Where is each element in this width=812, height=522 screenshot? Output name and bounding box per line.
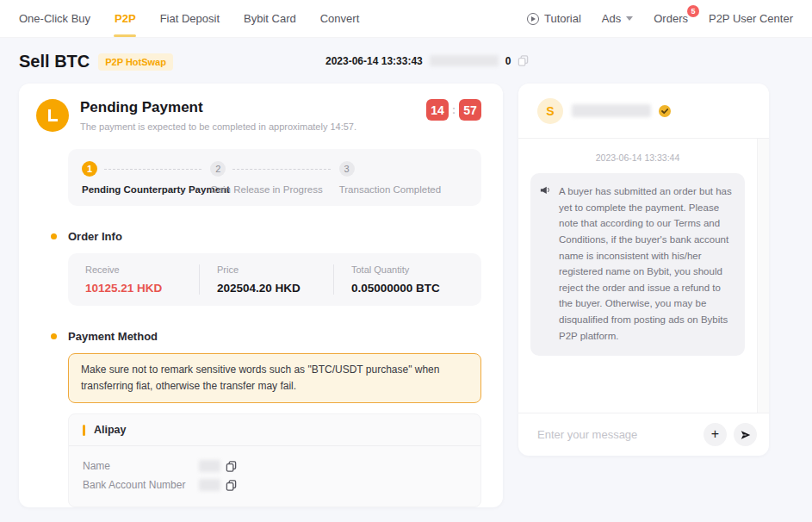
- receive-value: 10125.21 HKD: [85, 282, 199, 295]
- payment-name-row: Name: [83, 457, 467, 475]
- quantity-label: Total Quantity: [351, 264, 481, 275]
- nav-item-p2p[interactable]: P2P: [115, 0, 136, 37]
- step-pending-counterparty-payment: 1 Pending Counterparty Payment: [82, 161, 210, 195]
- send-button[interactable]: [734, 423, 757, 446]
- ads-label: Ads: [602, 12, 621, 25]
- nav-right-group: Tutorial Ads Orders 5 P2P User Center: [527, 12, 793, 25]
- step-2-label: Coin Release in Progress: [210, 184, 338, 195]
- timer-minutes: 14: [426, 99, 449, 121]
- payment-method-heading-row: Payment Method: [36, 330, 503, 343]
- avatar: S: [537, 98, 563, 124]
- nav-left-group: One-Click Buy P2P Fiat Deposit Bybit Car…: [19, 0, 359, 37]
- p2p-hotswap-badge: P2P HotSwap: [98, 53, 173, 71]
- bank-account-row: Bank Account Number: [83, 475, 467, 494]
- send-icon: [740, 429, 752, 441]
- order-info-price: Price 202504.20 HKD: [199, 264, 333, 295]
- transfer-warning: Make sure not to remark sensitive words …: [68, 353, 481, 403]
- chat-messages-area[interactable]: 2023-06-14 13:33:44 A buyer has submitte…: [518, 139, 769, 413]
- chat-messages: 2023-06-14 13:33:44 A buyer has submitte…: [518, 139, 758, 413]
- p2p-user-center-link[interactable]: P2P User Center: [709, 12, 793, 25]
- order-number-suffix: 0: [505, 55, 511, 67]
- step-2-circle: 2: [210, 161, 226, 177]
- plus-icon: +: [711, 427, 719, 441]
- chat-card: S 2023-06-14 13:33:44 A buyer has submit…: [518, 84, 769, 456]
- tutorial-link[interactable]: Tutorial: [527, 12, 581, 25]
- nav-item-fiat-deposit[interactable]: Fiat Deposit: [160, 0, 220, 37]
- receive-label: Receive: [85, 264, 199, 275]
- chat-input-row: +: [518, 413, 769, 456]
- nav-label: P2P: [115, 12, 136, 25]
- page-header: Sell BTC P2P HotSwap 2023-06-14 13:33:43…: [0, 38, 812, 84]
- progress-steps: 1 Pending Counterparty Payment 2 Coin Re…: [68, 149, 481, 206]
- order-info-receive: Receive 10125.21 HKD: [68, 264, 199, 295]
- nav-item-bybit-card[interactable]: Bybit Card: [244, 0, 296, 37]
- step-3-circle: 3: [339, 161, 355, 177]
- order-info-heading: Order Info: [68, 230, 122, 243]
- chat-scrollbar-track[interactable]: [758, 139, 769, 413]
- step-3-label: Transaction Completed: [339, 184, 468, 195]
- top-navigation: One-Click Buy P2P Fiat Deposit Bybit Car…: [0, 0, 812, 38]
- nav-label: One-Click Buy: [19, 12, 90, 25]
- step-1-circle: 1: [82, 161, 97, 177]
- payment-method-heading: Payment Method: [68, 330, 158, 343]
- timer-seconds: 57: [459, 99, 481, 121]
- copy-icon[interactable]: [226, 480, 237, 491]
- megaphone-icon: [539, 183, 552, 200]
- accent-bar: [83, 425, 85, 436]
- bank-account-label: Bank Account Number: [83, 479, 199, 491]
- chevron-down-icon: [626, 16, 633, 21]
- name-label: Name: [83, 460, 199, 472]
- quantity-value: 0.05000000 BTC: [351, 282, 481, 295]
- alipay-panel-body: Name Bank Account Number: [69, 446, 480, 506]
- step-connector: [232, 169, 330, 170]
- orders-link[interactable]: Orders 5: [654, 12, 688, 25]
- attach-button[interactable]: +: [704, 423, 727, 446]
- bullet-icon: [51, 333, 57, 339]
- status-subtitle: The payment is expected to be completed …: [80, 121, 356, 132]
- copy-icon[interactable]: [518, 55, 529, 66]
- timer-colon: :: [452, 104, 456, 116]
- order-info-quantity: Total Quantity 0.05000000 BTC: [333, 264, 481, 295]
- play-circle-icon: [527, 13, 539, 25]
- pending-clock-icon: [36, 99, 69, 132]
- active-tab-underline: [114, 34, 136, 37]
- message-timestamp: 2023-06-14 13:33:44: [530, 152, 745, 163]
- user-center-label: P2P User Center: [709, 12, 793, 25]
- step-1-label: Pending Counterparty Payment: [82, 184, 210, 195]
- system-message-bubble: A buyer has submitted an order but has y…: [530, 173, 745, 356]
- counterparty-name-redacted: [572, 104, 651, 117]
- orders-count-badge: 5: [687, 5, 699, 17]
- status-text: Pending Payment The payment is expected …: [80, 99, 356, 132]
- name-value-redacted: [199, 460, 220, 472]
- content-area: Pending Payment The payment is expected …: [0, 84, 812, 507]
- chat-header: S: [518, 84, 769, 139]
- page-title: Sell BTC: [19, 52, 90, 71]
- order-timestamp: 2023-06-14 13:33:43: [325, 55, 423, 67]
- verified-badge-icon: [658, 104, 672, 118]
- system-message-text: A buyer has submitted an order but has y…: [559, 183, 735, 344]
- nav-item-convert[interactable]: Convert: [320, 0, 360, 37]
- nav-label: Fiat Deposit: [160, 12, 220, 25]
- nav-item-one-click-buy[interactable]: One-Click Buy: [19, 0, 90, 37]
- ads-dropdown[interactable]: Ads: [602, 12, 633, 25]
- tutorial-label: Tutorial: [544, 12, 581, 25]
- order-status-row: Pending Payment The payment is expected …: [36, 99, 503, 132]
- price-value: 202504.20 HKD: [217, 282, 333, 295]
- orders-label: Orders: [654, 12, 688, 25]
- order-number-redacted: [430, 55, 499, 66]
- price-label: Price: [217, 264, 333, 275]
- nav-label: Convert: [320, 12, 360, 25]
- order-info-heading-row: Order Info: [36, 230, 503, 243]
- alipay-panel: Alipay Name Bank Account Number: [68, 413, 481, 507]
- step-coin-release: 2 Coin Release in Progress: [210, 161, 338, 195]
- copy-icon[interactable]: [226, 461, 237, 472]
- order-info-panel: Receive 10125.21 HKD Price 202504.20 HKD…: [68, 253, 481, 306]
- bullet-icon: [51, 233, 57, 239]
- alipay-panel-header: Alipay: [69, 414, 480, 446]
- order-meta: 2023-06-14 13:33:43 0: [325, 55, 529, 67]
- step-connector: [104, 169, 201, 170]
- chat-message-input[interactable]: [537, 428, 697, 441]
- order-card: Pending Payment The payment is expected …: [19, 84, 503, 507]
- bank-account-value-redacted: [199, 479, 220, 491]
- nav-label: Bybit Card: [244, 12, 296, 25]
